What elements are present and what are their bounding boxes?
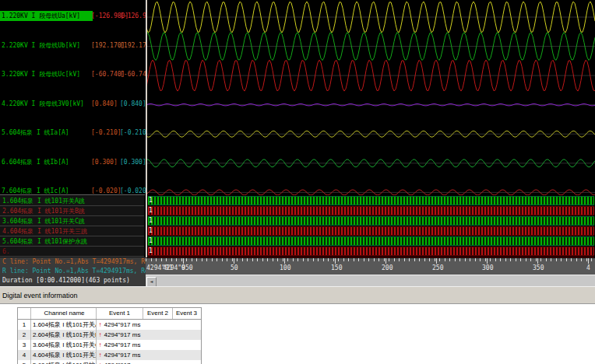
analog-channel-name[interactable]: 5.604拓泉 I 线Ia[A] [2, 128, 69, 138]
minor-tick [262, 258, 263, 261]
minor-tick [591, 258, 592, 261]
time-axis-label: 350 [533, 264, 544, 271]
minor-tick [343, 258, 344, 261]
digital-channel-row[interactable]: 4.604拓泉 I 线101开关三跳 [0, 226, 144, 236]
minor-tick [520, 258, 521, 261]
digital-state-value: 1 [149, 196, 153, 205]
minor-tick [277, 258, 278, 261]
row-number: 1 [18, 320, 30, 330]
minor-tick [571, 258, 572, 261]
minor-tick [222, 258, 223, 261]
major-tick [284, 258, 285, 264]
minor-tick [404, 258, 405, 261]
digital-state-bar: 1 [148, 196, 594, 205]
minor-tick [348, 258, 349, 261]
duration-status: Duration [0:00.412000](463 points) [2, 276, 146, 285]
minor-tick [318, 258, 319, 261]
event-table-row[interactable]: 33.604拓泉 I 线101开关C跳↑4294"917 ms [18, 340, 201, 350]
major-tick [537, 258, 538, 264]
minor-tick [495, 258, 496, 261]
minor-tick [227, 258, 227, 261]
event-table-row[interactable]: 11.604拓泉 I 线101开关A跳↑4294"917 ms [18, 320, 201, 330]
event-table-row[interactable]: 55.604拓泉 I 线101保护永跳↑4294"917 ms [18, 360, 201, 364]
minor-tick [146, 258, 146, 261]
event1-cell: ↑4294"917 ms [96, 320, 143, 330]
analog-channel-name[interactable]: 1.220KV I 段母线Ua[kV] [0, 11, 93, 21]
minor-tick [237, 258, 238, 261]
event-channel-name: 3.604拓泉 I 线101开关C跳 [30, 340, 96, 350]
analog-channel-row[interactable]: 4.220KV I 段母线3V0[kV][0.840][0.840] [0, 99, 145, 109]
digital-state-bar: 1 [148, 236, 594, 246]
digital-channel-row[interactable]: 6. [0, 247, 144, 257]
digital-channel-row[interactable]: 3.604拓泉 I 线101开关C跳 [0, 216, 144, 226]
minor-tick [399, 258, 400, 261]
analog-channel-name[interactable]: 4.220KV I 段母线3V0[kV] [2, 99, 84, 109]
waveform-area[interactable]: 1111111 [146, 0, 595, 257]
analog-channel-panel: 1.220KV I 段母线Ua[kV][-126.980][-126.980]2… [0, 0, 145, 195]
minor-tick [267, 258, 268, 261]
minor-tick [247, 258, 248, 261]
minor-tick [459, 258, 460, 261]
event-table-header: Channel nameEvent 1Event 2Event 3 [18, 308, 201, 320]
analog-channel-name[interactable]: 2.220KV I 段母线Ub[kV] [2, 40, 80, 51]
analog-channel-row[interactable]: 6.604拓泉 I 线Ib[A][0.300][0.300] [0, 157, 145, 167]
minor-tick [186, 258, 187, 261]
minor-tick [151, 258, 152, 261]
minor-tick [419, 258, 420, 261]
minor-tick [166, 258, 167, 261]
minor-tick [156, 258, 157, 261]
digital-state-bar: 1 [148, 206, 594, 215]
minor-tick [303, 258, 304, 261]
minor-tick [586, 258, 587, 261]
analog-channel-row[interactable]: 5.604拓泉 I 线Ia[A][-0.210][-0.210] [0, 128, 145, 138]
time-axis-label: 50 [231, 264, 238, 271]
rising-edge-arrow-icon: ↑ [99, 331, 102, 338]
wave-horizontal-scrollbar[interactable]: ◄ [146, 275, 595, 287]
analog-channel-row[interactable]: 2.220KV I 段母线Ub[kV][192.170][192.170] [0, 40, 145, 51]
digital-channel-row[interactable]: 1.604拓泉 I 线101开关A跳 [0, 196, 144, 206]
minor-tick [409, 258, 410, 261]
digital-state-value: 1 [149, 216, 153, 225]
digital-channel-panel: 1.604拓泉 I 线101开关A跳2.604拓泉 I 线101开关B跳3.60… [0, 194, 145, 258]
rising-edge-arrow-icon: ↑ [99, 321, 102, 328]
minor-tick [298, 258, 298, 261]
event1-cell: ↑4294"917 ms [96, 360, 143, 364]
time-axis-label: 100 [280, 264, 290, 271]
minor-tick [358, 258, 359, 261]
analog-channel-name[interactable]: 3.220KV I 段母线Uc[kV] [2, 69, 80, 79]
time-axis-label: 200 [382, 264, 393, 271]
minor-tick [424, 258, 425, 261]
minor-tick [435, 258, 435, 261]
event-table-row[interactable]: 44.604拓泉 I 线101开关三跳↑4294"917 ms [18, 350, 201, 360]
major-tick [183, 258, 184, 264]
minor-tick [176, 258, 177, 261]
analog-channel-name[interactable]: 6.604拓泉 I 线Ib[A] [2, 157, 69, 167]
minor-tick [470, 258, 470, 261]
time-axis-label: 0 [181, 264, 185, 271]
digital-state-value: 1 [149, 206, 153, 215]
digital-channel-row[interactable]: 2.604拓泉 I 线101开关B跳 [0, 206, 144, 216]
minor-tick [516, 258, 516, 261]
cursor-value-1: [0.300] [91, 157, 118, 167]
digital-channel-row[interactable]: 5.604拓泉 I 线101保护永跳 [0, 236, 144, 247]
analog-channel-row[interactable]: 3.220KV I 段母线Uc[kV][-60.740][-60.740] [0, 69, 145, 79]
event-table: Channel nameEvent 1Event 2Event 311.604拓… [17, 307, 202, 364]
c-cursor-line[interactable] [146, 0, 147, 257]
rising-edge-arrow-icon: ↑ [99, 341, 102, 348]
minor-tick [530, 258, 531, 261]
minor-tick [449, 258, 450, 261]
digital-state-value: 1 [149, 236, 153, 245]
digital-event-panel: Digital event information Channel nameEv… [0, 286, 595, 364]
minor-tick [328, 258, 329, 261]
event-table-row[interactable]: 22.604拓泉 I 线101开关B跳↑4294"917 ms [18, 330, 201, 340]
minor-tick [526, 258, 526, 261]
header-event1: Event 1 [96, 308, 143, 319]
time-axis-label: 4 [586, 264, 590, 271]
digital-state-value: 1 [149, 226, 153, 235]
minor-tick [283, 258, 283, 261]
minor-tick [293, 258, 294, 261]
analog-channel-row[interactable]: 1.220KV I 段母线Ua[kV][-126.980][-126.980] [0, 11, 145, 21]
minor-tick [480, 258, 481, 261]
minor-tick [394, 258, 395, 261]
minor-tick [566, 258, 567, 261]
